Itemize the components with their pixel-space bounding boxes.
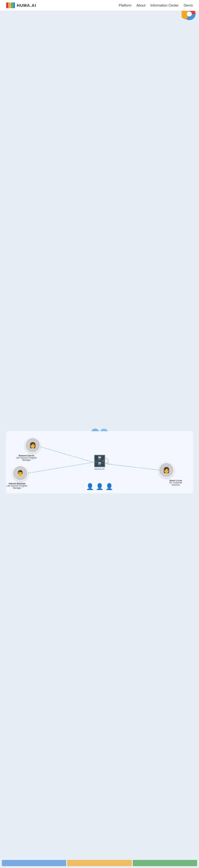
experts-center: 🗄️ Huma.AI xyxy=(93,455,107,470)
bottom-icons: 👤 👤 👤 xyxy=(86,483,113,490)
nav-about[interactable]: About xyxy=(137,3,145,7)
svg-line-16 xyxy=(40,447,93,462)
nav-demo[interactable]: Demo xyxy=(184,3,193,7)
clinical-image: 👥 xyxy=(118,207,193,253)
navigation: HUMA.AI Platform About Information Cente… xyxy=(0,0,199,11)
svg-rect-3 xyxy=(13,2,15,8)
svg-line-20 xyxy=(108,463,109,464)
expert-label-3: Anna Li-LauVP, Customer Success xyxy=(165,479,187,486)
expert-avatar-2: 👨 xyxy=(12,465,28,481)
expert-label-1: Brianna GarciaLife Science Program Manag… xyxy=(16,455,37,461)
expert-avatar-3: 👩 xyxy=(159,462,174,478)
expert-label-2: Patrick BelshawLife Science Program Mana… xyxy=(6,483,28,489)
logo-text: HUMA.AI xyxy=(17,3,36,8)
nav-platform[interactable]: Platform xyxy=(119,3,132,7)
experts-diagram: 👩 Brianna GarciaLife Science Program Man… xyxy=(6,431,193,493)
expert-avatar-1: 👩 xyxy=(25,437,40,453)
clinical-section: Improve Clinical Trial Design Huma.AI al… xyxy=(0,197,199,263)
nav-links: Platform About Information Center Demo xyxy=(119,3,193,7)
svg-line-17 xyxy=(28,462,93,473)
svg-rect-2 xyxy=(11,2,13,8)
svg-rect-0 xyxy=(6,2,8,8)
nav-info-center[interactable]: Information Center xyxy=(150,3,179,7)
svg-rect-1 xyxy=(9,2,11,8)
logo[interactable]: HUMA.AI xyxy=(6,2,36,8)
